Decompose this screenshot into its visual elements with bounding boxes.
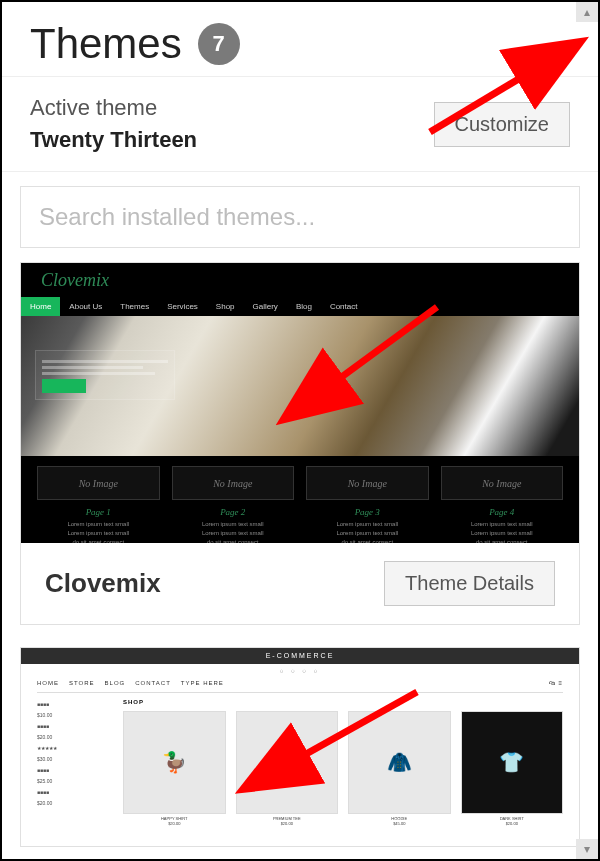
- page-title: Themes: [30, 20, 182, 68]
- theme-details-button[interactable]: Theme Details: [384, 561, 555, 606]
- active-theme-name: Twenty Thirteen: [30, 127, 197, 153]
- themes-panel[interactable]: Themes 7 Active theme Twenty Thirteen Cu…: [2, 2, 598, 859]
- search-bar: [2, 172, 598, 262]
- search-input[interactable]: [20, 186, 580, 248]
- customize-button[interactable]: Customize: [434, 102, 570, 147]
- no-image-placeholder: No Image: [37, 466, 160, 500]
- shop-heading: SHOP: [123, 699, 563, 705]
- shop-sidebar: ■■■■$10.00■■■■$20.00 ★★★★★$30.00■■■■$25.…: [37, 699, 109, 826]
- shop-nav: HOME STORE BLOG CONTACT TYPE HERE 🛍 ≡: [21, 676, 579, 692]
- scroll-down-icon[interactable]: ▾: [576, 839, 598, 859]
- themes-count-badge: 7: [198, 23, 240, 65]
- theme-footer: Clovemix Theme Details: [21, 543, 579, 624]
- scroll-up-icon[interactable]: ▴: [576, 2, 598, 22]
- theme-brand: Clovemix: [41, 270, 109, 291]
- active-theme-bar: Active theme Twenty Thirteen Customize: [2, 76, 598, 172]
- theme-card-clovemix[interactable]: Clovemix Home About Us Themes Services S…: [20, 262, 580, 625]
- social-dots-icon: ○ ○ ○ ○: [21, 664, 579, 676]
- theme-name: Clovemix: [45, 568, 161, 599]
- cart-icon: 🛍 ≡: [549, 680, 563, 686]
- theme-nav: Home About Us Themes Services Shop Galle…: [21, 297, 579, 316]
- theme-card-ecommerce[interactable]: E-COMMERCE ○ ○ ○ ○ HOME STORE BLOG CONTA…: [20, 647, 580, 847]
- header: Themes 7: [2, 2, 598, 76]
- product-row: 🦆HAPPY SHIRT$20.00 👕PREMIUM TEE$20.00 🧥H…: [123, 711, 563, 826]
- shop-top: E-COMMERCE: [21, 648, 579, 664]
- no-image-placeholder: No Image: [172, 466, 295, 500]
- no-image-placeholder: No Image: [306, 466, 429, 500]
- no-image-placeholder: No Image: [441, 466, 564, 500]
- active-theme-label: Active theme: [30, 95, 197, 121]
- theme-thumbnail: Clovemix Home About Us Themes Services S…: [21, 263, 579, 543]
